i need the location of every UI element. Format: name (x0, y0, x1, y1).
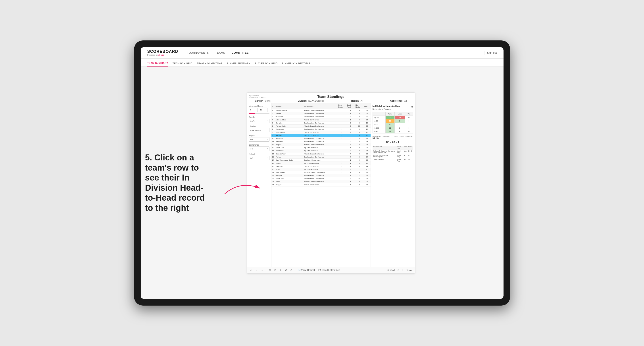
refresh-button[interactable]: ↺ (284, 268, 288, 272)
cell-reg-rank: - (338, 143, 346, 146)
table-row[interactable]: 15 Georgia Tech Atlantic Coast Conferenc… (272, 153, 370, 156)
table-row[interactable]: 2 Auburn Southeastern Conference - 1 9 2… (272, 112, 370, 115)
cell-win: 23 (364, 115, 370, 118)
cell-win: 22 (364, 125, 370, 128)
export-button[interactable]: ↗ (402, 269, 403, 271)
back-button[interactable]: ← (255, 268, 258, 272)
table-row[interactable]: 23 Texas A&M Southeastern Conference - 9… (272, 177, 370, 180)
conference-select[interactable]: (All) ▾ (249, 147, 270, 151)
dropdown-arrow-icon: ▾ (268, 148, 268, 150)
table-row[interactable]: 22 Georgia Southeastern Conference - 8 7… (272, 174, 370, 177)
table-row[interactable]: 18 Illinois Big Ten Conference - 1 9 23 (272, 162, 370, 165)
table-row[interactable]: 7 Tennessee Southeastern Conference - 4 … (272, 128, 370, 131)
cell-reg-rank: - (338, 159, 346, 162)
table-row[interactable]: 4 Arizona State Pac-12 Conference - 1 9 … (272, 118, 370, 122)
tourn-col-score: Score (408, 146, 413, 150)
grid-button[interactable]: ⊞ (268, 268, 272, 272)
cell-rnds: 9 (355, 162, 364, 165)
sub-nav-team-h2h-grid[interactable]: TEAM H2H GRID (172, 62, 192, 66)
cell-rnds: 9 (355, 134, 364, 137)
forward-button[interactable]: → (260, 268, 264, 272)
arrow-container (222, 178, 267, 197)
table-row[interactable]: 14 Oklahoma Big 12 Conference - 2 9 26 (272, 149, 370, 153)
cell-rank: 18 (272, 162, 275, 165)
table-row[interactable]: 9 Arizona Pac-12 Conference - 9 23 (272, 134, 370, 137)
table-row[interactable]: 3 Vanderbilt Southeastern Conference - 2… (272, 115, 370, 118)
undo-button[interactable]: ↩ (249, 268, 253, 272)
h2h-row: 26-50 25 2 1 (372, 123, 413, 126)
h2h-range: >100 (372, 130, 386, 134)
table-row[interactable]: 16 Florida Southeastern Conference - 7 9… (272, 156, 370, 159)
table-row[interactable]: 1 North Carolina Atlantic Coast Conferen… (272, 109, 370, 112)
table-row[interactable]: 5 Ole Miss Southeastern Conference - 3 6… (272, 122, 370, 125)
cell-conf-rank (346, 134, 355, 137)
division-select[interactable]: NCAA Division I ▾ (249, 128, 270, 132)
cell-conference: Southeastern Conference (303, 122, 338, 125)
layout-button[interactable]: ⊡ (398, 269, 399, 271)
cell-rnds: 7 (355, 168, 364, 171)
cell-reg-rank: - (338, 146, 346, 149)
table-row[interactable]: 11 Arkansas Southeastern Conference - 6 … (272, 140, 370, 143)
sub-nav-player-summary[interactable]: PLAYER SUMMARY (227, 62, 250, 66)
table-row[interactable]: 13 Texas Tech Big 12 Conference - 1 9 27 (272, 146, 370, 149)
gender-select[interactable]: Men's ▾ (249, 119, 270, 123)
save-custom-button[interactable]: 💾 Save Custom View (318, 268, 341, 272)
table-row[interactable]: 24 Duke Atlantic Coast Conference - 5 9 … (272, 180, 370, 183)
cell-school: Auburn (275, 112, 303, 115)
col-reg-rank: RegRank (338, 103, 346, 109)
cell-win: 18 (364, 122, 370, 125)
cell-school: California (275, 165, 303, 168)
cell-rank: 10 (272, 137, 275, 140)
min-rounds-max[interactable]: 20 (258, 108, 268, 112)
cell-rnds: 6 (355, 128, 364, 131)
table-row[interactable]: 20 Texas Big 12 Conference - 3 7 20 (272, 168, 370, 171)
table-row[interactable]: 12 Virginia Atlantic Coast Conference - … (272, 143, 370, 146)
sub-nav-player-h2h-heatmap[interactable]: PLAYER H2H HEATMAP (282, 62, 310, 66)
region-select[interactable]: N/A ▾ (249, 137, 270, 142)
sign-out-button[interactable]: Sign out (487, 51, 497, 54)
cell-win: 26 (364, 118, 370, 122)
minus-button[interactable]: ⊟ (274, 268, 277, 272)
cell-conf-rank: 2 (346, 125, 355, 128)
share-button[interactable]: ⤴ Share (406, 269, 412, 271)
plus-button[interactable]: ⊕ (279, 268, 282, 272)
sub-nav-player-h2h-grid[interactable]: PLAYER H2H GRID (255, 62, 278, 66)
sub-nav-team-h2h-heatmap[interactable]: TEAM H2H HEATMAP (197, 62, 222, 66)
filter-gender: Gender Men's ▾ (249, 116, 270, 123)
tourn-result: Loss (404, 150, 408, 154)
h2h-range: 11-25 (372, 119, 386, 123)
table-row[interactable]: 8 Washington Pac-12 Conference - 2 8 23 (272, 131, 370, 134)
tourn-name: Jackson T. Stephens Cup Men's Match-Play… (372, 150, 396, 154)
cell-rank: 12 (272, 143, 275, 146)
cell-win: 21 (364, 183, 370, 186)
min-rounds-min[interactable]: 4 (249, 108, 258, 112)
table-row[interactable]: 10 Alabama Southeastern Conference - 5 8… (272, 137, 370, 140)
cell-school: Duke (275, 180, 303, 183)
cell-school: Texas Tech (275, 146, 303, 149)
view-original-button[interactable]: 📄 View: Original (297, 268, 316, 272)
nav-tournaments[interactable]: TOURNAMENTS (187, 50, 209, 55)
division-label: Division (249, 125, 270, 128)
table-row[interactable]: 6 Florida State Atlantic Coast Conferenc… (272, 125, 370, 128)
tourn-col-type: Event Type (396, 146, 404, 150)
watch-button[interactable]: 👁 Watch (387, 269, 395, 271)
table-row[interactable]: 21 New Mexico Mountain West Conference -… (272, 171, 370, 174)
cell-conference: Southeastern Conference (303, 177, 338, 180)
h2h-win: 20 (386, 126, 394, 130)
table-row[interactable]: 19 California Pac-12 Conference - 4 8 24 (272, 165, 370, 168)
nav-committee[interactable]: COMMITTEE (232, 50, 249, 55)
h2h-close-button[interactable]: ⊗ (410, 105, 413, 109)
school-select[interactable]: (All) ▾ (249, 156, 270, 160)
nav-teams[interactable]: TEAMS (215, 50, 225, 55)
col-conf-rank: ConfRank (346, 103, 355, 109)
table-row[interactable]: 17 East Tennessee State Southern Confere… (272, 159, 370, 162)
cell-reg-rank: - (338, 131, 346, 134)
cell-reg-rank: - (338, 125, 346, 128)
cell-win: 27 (364, 180, 370, 183)
table-row[interactable]: 25 Oregon Pac-12 Conference - 5 7 21 (272, 183, 370, 186)
cell-school: East Tennessee State (275, 159, 303, 162)
timer-button[interactable]: ⏱ (289, 268, 293, 272)
col-rank: # (272, 103, 275, 109)
sub-nav-team-summary[interactable]: TEAM SUMMARY (147, 62, 168, 66)
school-label: School (249, 153, 270, 155)
